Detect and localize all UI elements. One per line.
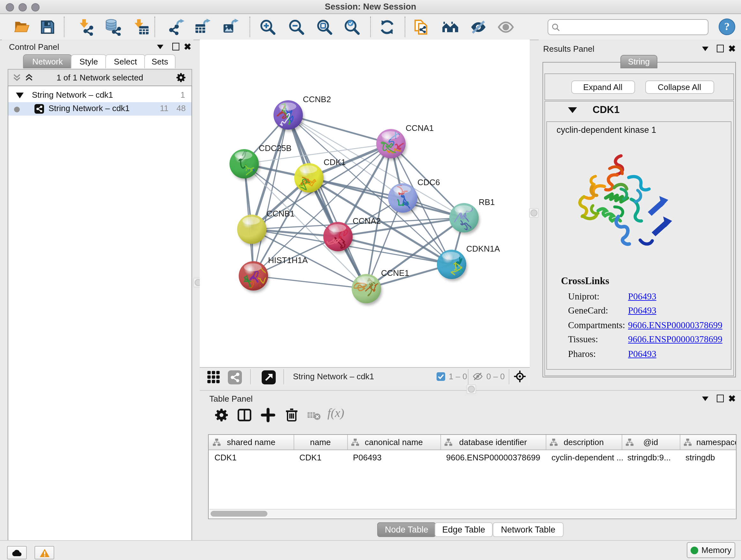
save-session-button[interactable]: [39, 18, 56, 36]
strip-divider: [250, 369, 251, 384]
close-panel-icon[interactable]: ✖: [728, 395, 736, 401]
zoom-in-button[interactable]: [259, 18, 276, 36]
column-header[interactable]: @id: [622, 435, 680, 450]
crosslink-label: Pharos:: [568, 348, 596, 359]
warning-button[interactable]: [35, 546, 54, 559]
string-results-tab[interactable]: String: [620, 55, 657, 68]
crosslink-link[interactable]: P06493: [628, 348, 657, 359]
crosslink-link[interactable]: P06493: [628, 305, 657, 316]
close-panel-icon[interactable]: ✖: [184, 44, 191, 50]
tab-network-table[interactable]: Network Table: [493, 522, 563, 537]
export-network-button[interactable]: [168, 18, 185, 36]
right-splitter-handle[interactable]: [529, 208, 539, 218]
window-title: Session: New Session: [0, 2, 741, 11]
expand-caret-icon[interactable]: [16, 92, 23, 98]
toolbar-divider: [64, 17, 64, 37]
table-cell[interactable]: 9606.ENSP00000378699: [446, 453, 545, 462]
open-in-new-icon[interactable]: [262, 370, 276, 384]
table-cell[interactable]: CDK1: [299, 453, 345, 462]
import-table-button[interactable]: [133, 18, 150, 36]
table-cell[interactable]: cyclin-dependent ...: [551, 453, 623, 462]
tab-network[interactable]: Network: [23, 54, 72, 68]
column-header[interactable]: database identifier: [441, 435, 546, 450]
close-panel-icon[interactable]: ✖: [728, 45, 736, 52]
column-header[interactable]: name: [293, 435, 347, 450]
table-cell[interactable]: CDK1: [214, 453, 291, 462]
tab-node-table[interactable]: Node Table: [377, 522, 436, 537]
help-button[interactable]: ?: [719, 18, 735, 35]
show-columns-icon[interactable]: [237, 408, 252, 423]
maximize-panel-icon[interactable]: [717, 45, 724, 52]
crosslinks-title: CrossLinks: [561, 275, 609, 287]
float-panel-icon[interactable]: [702, 396, 709, 401]
crosslink-link[interactable]: P06493: [628, 291, 657, 302]
network-row[interactable]: String Network – cdk1 11 48: [8, 102, 192, 116]
string-network-graph[interactable]: CCNB2CCNA1CDC25BCDK1CDC6RB1CCNB1CCNA2CDK…: [200, 40, 530, 367]
column-header[interactable]: namespace: [680, 435, 736, 450]
selected-checkbox-icon[interactable]: [436, 372, 445, 381]
export-image-button[interactable]: [222, 18, 239, 36]
column-header[interactable]: description: [546, 435, 622, 450]
toolbar-divider: [154, 17, 155, 37]
crosslink-link[interactable]: 9606.ENSP00000378699: [628, 320, 723, 330]
svg-text:CCNB2: CCNB2: [303, 95, 331, 104]
svg-text:CDK1: CDK1: [324, 158, 346, 167]
network-collection-row[interactable]: String Network – cdk1 1: [8, 89, 192, 102]
string-home-button[interactable]: [442, 18, 459, 36]
birdseye-view-icon[interactable]: [207, 370, 220, 384]
duplicate-network-button[interactable]: [413, 18, 430, 36]
zoom-selected-button[interactable]: [343, 18, 360, 36]
network-edge-count: 48: [177, 104, 186, 113]
import-network-from-file-button[interactable]: [77, 18, 94, 36]
tab-select[interactable]: Select: [105, 54, 145, 68]
search-input[interactable]: [562, 22, 708, 32]
network-view-toolbar: String Network – cdk1 1 – 0 0 – 0: [200, 367, 530, 386]
strip-divider: [509, 369, 509, 384]
collapse-all-button[interactable]: Collapse All: [645, 80, 714, 94]
column-header[interactable]: shared name: [209, 435, 293, 450]
table-cell[interactable]: P06493: [353, 453, 439, 462]
column-header[interactable]: canonical name: [347, 435, 441, 450]
strip-divider: [468, 369, 468, 384]
tab-edge-table[interactable]: Edge Table: [434, 522, 493, 537]
scrollbar-thumb[interactable]: [211, 511, 267, 516]
delete-column-icon[interactable]: [284, 408, 299, 423]
export-table-button[interactable]: [194, 18, 211, 36]
expand-all-button[interactable]: Expand All: [571, 80, 635, 94]
memory-button[interactable]: Memory: [687, 542, 735, 558]
maximize-panel-icon[interactable]: [172, 43, 179, 51]
function-builder-icon[interactable]: f(x): [327, 406, 344, 420]
share-network-icon[interactable]: [228, 370, 242, 384]
table-cell[interactable]: stringdb: [685, 453, 734, 462]
control-panel: Control Panel ✖ Network Style Select Set…: [2, 40, 193, 540]
open-file-button[interactable]: [13, 18, 30, 36]
float-panel-icon[interactable]: [702, 47, 709, 51]
gear-icon[interactable]: [176, 72, 186, 83]
zoom-out-button[interactable]: [288, 18, 305, 36]
delete-table-icon[interactable]: [307, 408, 321, 423]
collapse-gene-caret-icon[interactable]: [568, 107, 577, 113]
maximize-panel-icon[interactable]: [717, 395, 724, 402]
cloud-icon: [11, 549, 22, 557]
crosshair-icon[interactable]: [514, 370, 526, 382]
table-cell[interactable]: stringdb:9...: [627, 453, 678, 462]
tab-style[interactable]: Style: [71, 54, 107, 68]
refresh-button[interactable]: [379, 18, 396, 36]
add-column-icon[interactable]: [260, 408, 276, 423]
float-panel-icon[interactable]: [157, 45, 163, 49]
hide-selected-button[interactable]: [470, 18, 487, 36]
crosslink-label: GeneCard:: [568, 305, 608, 316]
zoom-fit-button[interactable]: [316, 18, 333, 36]
import-network-from-database-button[interactable]: [105, 18, 122, 36]
horizontal-scrollbar[interactable]: [209, 509, 735, 518]
show-all-button[interactable]: [497, 18, 515, 36]
svg-text:CCNA2: CCNA2: [353, 216, 381, 226]
svg-text:CDKN1A: CDKN1A: [466, 244, 500, 253]
bottom-splitter-handle[interactable]: [467, 384, 476, 394]
network-canvas[interactable]: CCNB2CCNA1CDC25BCDK1CDC6RB1CCNB1CCNA2CDK…: [200, 40, 530, 367]
crosslink-link[interactable]: 9606.ENSP00000378699: [628, 334, 723, 345]
svg-text:CCNE1: CCNE1: [381, 268, 409, 278]
cloud-button[interactable]: [7, 546, 27, 559]
table-gear-icon[interactable]: [214, 408, 229, 423]
tab-sets[interactable]: Sets: [144, 54, 176, 68]
